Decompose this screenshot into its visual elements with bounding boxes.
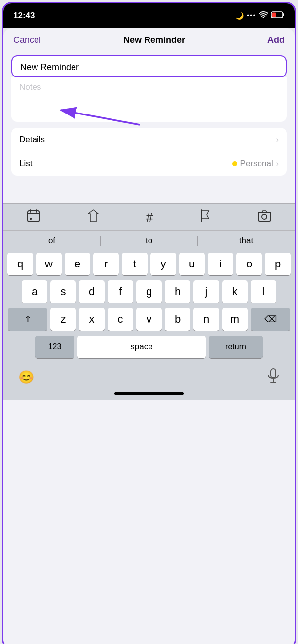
key-row-1: q w e r t y u i o p (5, 253, 293, 275)
key-row-4: 123 space return (5, 336, 293, 358)
keyboard: q w e r t y u i o p a s d f g h j k l ⇧ … (3, 249, 295, 365)
page-title: New Reminder (123, 35, 185, 45)
svg-rect-11 (258, 212, 271, 221)
notes-placeholder: Notes (19, 82, 41, 92)
key-a[interactable]: a (22, 280, 47, 303)
wifi-icon (259, 11, 268, 20)
reminder-title-input[interactable] (20, 62, 278, 73)
reminder-title-field[interactable] (11, 55, 287, 77)
key-c[interactable]: c (108, 308, 133, 331)
key-r[interactable]: r (93, 253, 119, 275)
key-shift[interactable]: ⇧ (8, 308, 47, 331)
key-i[interactable]: i (208, 253, 233, 275)
key-w[interactable]: w (36, 253, 62, 275)
key-e[interactable]: e (65, 253, 90, 275)
suggestion-that[interactable]: that (197, 236, 295, 246)
key-z[interactable]: z (50, 308, 76, 331)
key-return[interactable]: return (209, 336, 263, 358)
status-bar: 12:43 🌙 ••• (3, 3, 295, 28)
key-h[interactable]: h (165, 280, 190, 303)
app-container: Cancel New Reminder Add Notes Details (3, 28, 295, 644)
mic-icon[interactable] (267, 368, 280, 386)
key-q[interactable]: q (7, 253, 33, 275)
personal-dot (232, 161, 237, 166)
key-j[interactable]: j (193, 280, 219, 303)
nav-bar: Cancel New Reminder Add (3, 28, 295, 50)
flag-icon[interactable] (200, 209, 211, 226)
status-icons: 🌙 ••• (235, 11, 285, 20)
keyboard-toolbar: ▫ # (3, 203, 295, 230)
notes-area[interactable]: Notes (11, 77, 287, 122)
key-num[interactable]: 123 (35, 336, 74, 358)
home-indicator (3, 392, 295, 400)
bottom-bar: 😊 (3, 365, 295, 392)
key-delete[interactable]: ⌫ (251, 308, 290, 331)
location-icon[interactable] (87, 209, 99, 226)
svg-text:▫: ▫ (37, 219, 39, 223)
add-button[interactable]: Add (267, 35, 285, 45)
key-l[interactable]: l (251, 280, 276, 303)
svg-rect-2 (272, 13, 276, 17)
signal-icon: ••• (247, 12, 256, 19)
battery-icon (271, 11, 285, 20)
spacer (3, 179, 295, 193)
details-right: › (276, 135, 279, 144)
key-row-3: ⇧ z x c v b n m ⌫ (5, 308, 293, 331)
list-chevron: › (276, 159, 279, 168)
camera-icon[interactable] (258, 210, 271, 225)
emoji-icon[interactable]: 😊 (18, 370, 34, 385)
calendar-icon[interactable]: ▫ (27, 209, 40, 226)
key-o[interactable]: o (236, 253, 262, 275)
key-p[interactable]: p (265, 253, 291, 275)
key-u[interactable]: u (179, 253, 205, 275)
hashtag-icon[interactable]: # (146, 210, 153, 225)
list-value: Personal (240, 159, 273, 169)
list-label: List (19, 159, 32, 169)
rows-card: Details › List Personal › (11, 128, 287, 176)
key-n[interactable]: n (193, 308, 219, 331)
suggestion-to[interactable]: to (100, 236, 197, 246)
key-m[interactable]: m (222, 308, 248, 331)
list-row[interactable]: List Personal › (11, 152, 287, 176)
cancel-button[interactable]: Cancel (13, 35, 41, 45)
key-b[interactable]: b (165, 308, 190, 331)
details-chevron: › (276, 135, 279, 144)
home-bar (114, 392, 184, 395)
key-d[interactable]: d (79, 280, 105, 303)
details-label: Details (19, 135, 45, 145)
key-f[interactable]: f (108, 280, 133, 303)
key-v[interactable]: v (136, 308, 162, 331)
key-k[interactable]: k (222, 280, 248, 303)
suggestions-bar: of to that (3, 230, 295, 249)
key-space[interactable]: space (77, 336, 206, 358)
key-s[interactable]: s (50, 280, 76, 303)
moon-icon: 🌙 (235, 12, 244, 20)
key-y[interactable]: y (150, 253, 176, 275)
key-x[interactable]: x (79, 308, 105, 331)
svg-point-12 (262, 214, 267, 219)
svg-rect-1 (283, 13, 284, 16)
details-row[interactable]: Details › (11, 128, 287, 152)
key-t[interactable]: t (122, 253, 148, 275)
status-time: 12:43 (13, 11, 35, 21)
key-g[interactable]: g (136, 280, 162, 303)
svg-rect-8 (30, 218, 32, 220)
suggestion-of[interactable]: of (3, 236, 100, 246)
list-right: Personal › (232, 159, 279, 169)
svg-rect-13 (271, 369, 276, 378)
key-row-2: a s d f g h j k l (5, 280, 293, 303)
